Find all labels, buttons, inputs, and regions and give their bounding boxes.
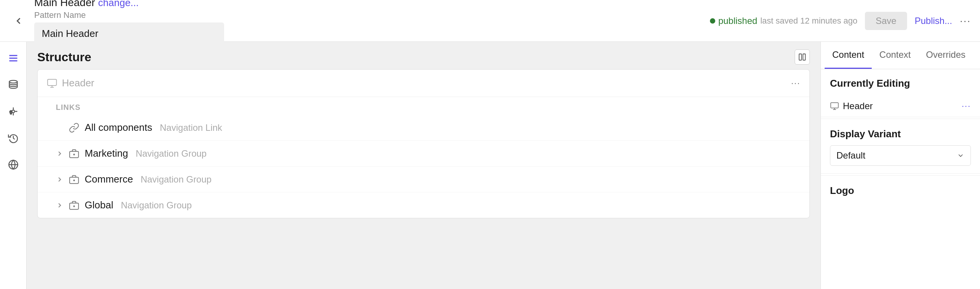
logo-label: Logo [830, 185, 971, 196]
svg-rect-8 [799, 54, 802, 61]
pattern-name-label: Pattern Name [34, 10, 224, 20]
svg-rect-10 [48, 79, 56, 85]
back-button[interactable] [9, 11, 28, 30]
divider-2 [821, 175, 980, 176]
display-variant-select[interactable]: Default [830, 145, 971, 166]
sidebar-icons: {} [0, 42, 27, 289]
svg-point-3 [9, 80, 17, 83]
status-badge: published last saved 12 minutes ago [710, 16, 858, 26]
svg-point-4 [12, 110, 14, 113]
save-button[interactable]: Save [865, 12, 907, 30]
structure-toggle [795, 49, 810, 65]
tree-item-all-components[interactable]: All components Navigation Link [38, 115, 810, 141]
sidebar-icon-globe[interactable] [5, 156, 22, 173]
item-name-all-components: All components [85, 122, 152, 134]
tree-item-global[interactable]: Global Navigation Group [38, 192, 810, 218]
item-type-all-components: Navigation Link [160, 123, 222, 133]
tree-header-more-button[interactable]: ··· [791, 78, 800, 88]
tree-area: Header ··· LINKS All components Navigati… [27, 69, 821, 289]
main-layout: {} Structure [0, 42, 980, 289]
tree-item-marketing[interactable]: Marketing Navigation Group [38, 141, 810, 166]
editing-more-button[interactable]: ··· [962, 101, 971, 111]
svg-text:{}: {} [10, 110, 12, 114]
right-panel-tabs: Content Context Overrides [821, 42, 980, 69]
publish-button[interactable]: Publish... [915, 16, 952, 26]
right-panel: Content Context Overrides Currently Edit… [821, 42, 980, 289]
currently-editing-row: Header ··· [821, 96, 980, 117]
item-name-commerce: Commerce [85, 173, 133, 185]
links-section-label: LINKS [38, 97, 810, 115]
display-variant-section: Display Variant Default [821, 121, 980, 174]
display-variant-value: Default [837, 150, 865, 161]
sidebar-icon-history[interactable] [5, 129, 22, 147]
pattern-title: Main Header [34, 0, 95, 9]
sidebar-icon-database[interactable] [5, 76, 22, 94]
item-type-commerce: Navigation Group [140, 174, 212, 185]
logo-section: Logo [821, 177, 980, 204]
svg-rect-22 [831, 103, 838, 108]
sidebar-icon-structure[interactable] [5, 49, 22, 67]
tree-item-commerce[interactable]: Commerce Navigation Group [38, 166, 810, 192]
tree-container: Header ··· LINKS All components Navigati… [37, 69, 810, 218]
sidebar-icon-code[interactable]: {} [5, 103, 22, 120]
tab-content[interactable]: Content [825, 42, 872, 69]
item-type-marketing: Navigation Group [135, 148, 207, 159]
svg-rect-9 [803, 54, 805, 61]
tree-header-label: Header [62, 77, 94, 89]
change-link[interactable]: change... [98, 0, 138, 9]
status-text: published [718, 16, 757, 26]
display-variant-label: Display Variant [830, 128, 971, 140]
top-bar: Main Header change... Pattern Name publi… [0, 0, 980, 42]
item-name-global: Global [85, 199, 113, 211]
tree-header-left: Header [47, 77, 94, 89]
right-panel-body: Currently Editing Header ··· Display Var… [821, 69, 980, 289]
center-content: Structure [27, 42, 821, 289]
top-bar-more-button[interactable]: ··· [960, 15, 971, 27]
structure-header: Structure [27, 42, 821, 69]
tab-overrides[interactable]: Overrides [918, 42, 973, 69]
currently-editing-left: Header [830, 101, 873, 112]
structure-title: Structure [37, 50, 91, 64]
top-bar-left: Main Header change... Pattern Name [34, 0, 224, 45]
toggle-panels-button[interactable] [795, 49, 810, 65]
tree-header-row: Header ··· [38, 70, 810, 97]
top-bar-right: published last saved 12 minutes ago Save… [710, 12, 971, 30]
item-name-marketing: Marketing [85, 147, 128, 159]
item-type-global: Navigation Group [121, 200, 192, 211]
status-dot [710, 18, 715, 24]
tab-context[interactable]: Context [872, 42, 918, 69]
currently-editing-title: Currently Editing [821, 69, 980, 96]
currently-editing-name: Header [843, 101, 873, 112]
divider-1 [821, 119, 980, 119]
pattern-name-area: Pattern Name [34, 10, 224, 45]
last-saved-text: last saved 12 minutes ago [760, 16, 858, 26]
